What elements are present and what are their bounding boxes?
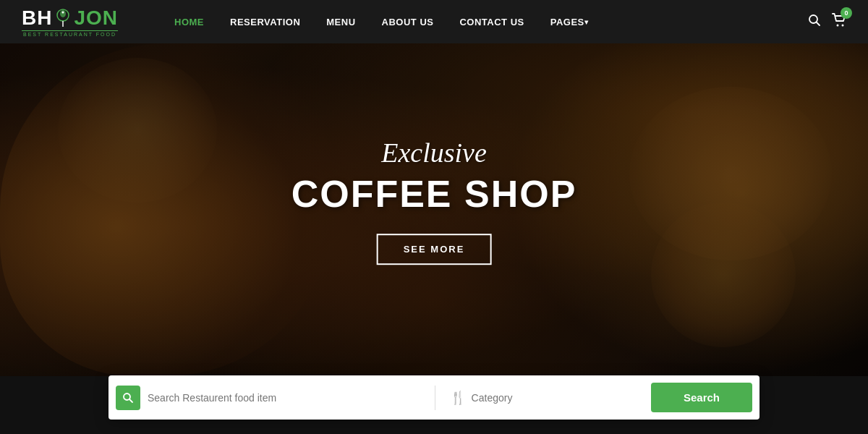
nav-item-contact[interactable]: CONTACT US <box>446 0 537 43</box>
logo-bh: BH <box>22 7 52 30</box>
category-input[interactable] <box>472 392 637 404</box>
search-field-icon <box>116 386 140 410</box>
hero-section: Exclusive COFFEE SHOP SEE MORE <box>0 0 868 376</box>
logo-chef-icon <box>53 8 73 28</box>
food-search-field <box>116 386 435 410</box>
logo[interactable]: BH JON BEST RESTAURANT FOOD <box>22 7 118 37</box>
nav-item-reservation[interactable]: RESERVATION <box>217 0 313 43</box>
logo-jon: JON <box>74 7 118 30</box>
nav-item-pages[interactable]: PAGES <box>537 0 602 43</box>
nav-item-home[interactable]: HOME <box>161 0 217 43</box>
svg-line-5 <box>817 22 820 26</box>
search-nav-icon[interactable] <box>808 14 821 30</box>
search-button[interactable]: Search <box>651 383 752 412</box>
nav-icons: 0 <box>808 13 846 30</box>
cart-badge: 0 <box>841 7 852 19</box>
svg-line-9 <box>129 399 132 402</box>
hero-content: Exclusive COFFEE SHOP SEE MORE <box>292 137 577 265</box>
hero-cta-button[interactable]: SEE MORE <box>377 234 492 265</box>
hero-title: COFFEE SHOP <box>292 172 577 216</box>
hero-subtitle: Exclusive <box>292 137 577 169</box>
search-bar: 🍴 Search <box>109 375 760 420</box>
logo-tagline: BEST RESTAURANT FOOD <box>22 30 118 37</box>
nav-item-menu[interactable]: MENU <box>313 0 368 43</box>
svg-point-6 <box>837 25 839 27</box>
navbar: BH JON BEST RESTAURANT FOOD HOME RESERVA… <box>0 0 868 43</box>
svg-point-7 <box>842 25 844 27</box>
category-field: 🍴 <box>443 390 644 406</box>
nav-links: HOME RESERVATION MENU ABOUT US CONTACT U… <box>161 0 808 43</box>
cart-icon[interactable]: 0 <box>832 13 846 30</box>
category-icon: 🍴 <box>450 390 466 406</box>
food-search-input[interactable] <box>148 392 427 404</box>
nav-item-about[interactable]: ABOUT US <box>369 0 447 43</box>
svg-point-3 <box>62 12 64 14</box>
